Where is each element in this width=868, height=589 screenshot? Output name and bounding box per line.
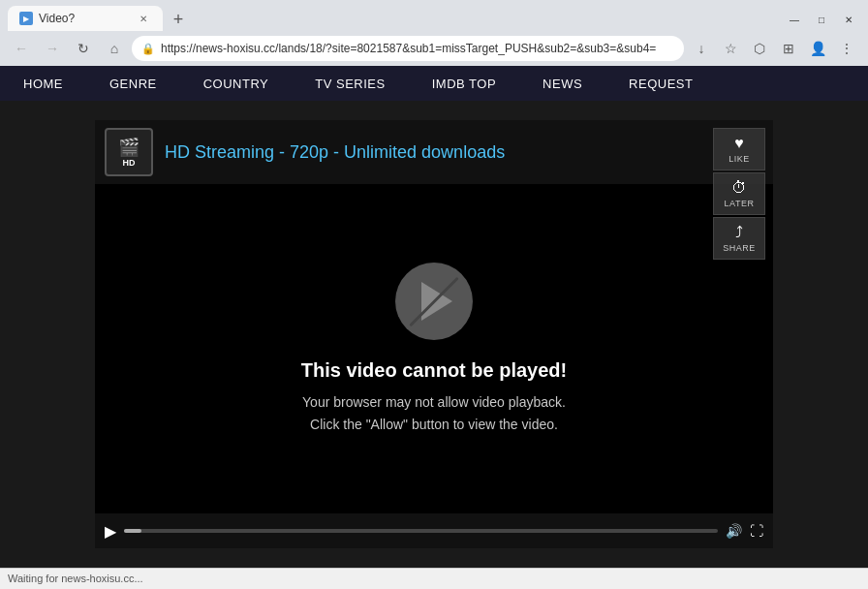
status-bar: Waiting for news-hoxisu.cc... xyxy=(0,568,868,587)
nav-home[interactable]: HOME xyxy=(0,66,86,101)
reel-icon: 🎬 xyxy=(118,137,140,158)
error-line1: Your browser may not allow video playbac… xyxy=(302,394,566,410)
lock-icon: 🔒 xyxy=(141,43,155,55)
error-description: Your browser may not allow video playbac… xyxy=(302,391,566,435)
play-button[interactable]: ▶ xyxy=(105,522,116,541)
video-area: This video cannot be played! Your browse… xyxy=(95,184,773,513)
nav-imdb-top[interactable]: IMDB TOP xyxy=(409,66,519,101)
progress-fill xyxy=(124,529,141,533)
share-label: SHARE xyxy=(723,243,756,253)
toolbar-icons: ↓ ☆ ⬡ ⊞ 👤 ⋮ xyxy=(688,35,860,62)
bookmark-icon[interactable]: ☆ xyxy=(717,35,744,62)
profile-icon[interactable]: 👤 xyxy=(804,35,831,62)
like-button[interactable]: ♥ LIKE xyxy=(713,128,765,170)
later-label: LATER xyxy=(725,199,755,208)
error-title: This video cannot be played! xyxy=(301,359,568,382)
like-label: LIKE xyxy=(728,154,750,164)
share-button[interactable]: ⤴ SHARE xyxy=(713,217,765,260)
hd-badge: 🎬 HD xyxy=(105,128,153,176)
progress-bar[interactable] xyxy=(124,529,718,533)
tab-title: Video? xyxy=(39,12,75,25)
close-button[interactable]: ✕ xyxy=(837,8,860,31)
video-wrapper: 🎬 HD HD Streaming - 720p - Unlimited dow… xyxy=(95,120,773,548)
player-controls: ▶ 🔊 ⛶ xyxy=(95,513,773,548)
heart-icon: ♥ xyxy=(734,135,744,152)
extensions-icon[interactable]: ⬡ xyxy=(746,35,773,62)
active-tab[interactable]: ▶ Video? ✕ xyxy=(8,6,163,31)
fullscreen-button[interactable]: ⛶ xyxy=(750,523,763,539)
site-nav: HOME GENRE COUNTRY TV SERIES IMDB TOP NE… xyxy=(0,66,868,101)
home-button[interactable]: ⌂ xyxy=(101,35,128,62)
error-line2: Click the "Allow" button to view the vid… xyxy=(310,417,558,432)
later-button[interactable]: ⏱ LATER xyxy=(713,172,765,215)
address-text: https://news-hoxisu.cc/lands/18/?site=80… xyxy=(161,42,674,55)
share-icon: ⤴ xyxy=(735,224,743,241)
window-controls: — □ ✕ xyxy=(783,8,860,31)
refresh-button[interactable]: ↻ xyxy=(70,35,97,62)
forward-button[interactable]: → xyxy=(39,35,66,62)
clock-icon: ⏱ xyxy=(731,179,747,197)
minimize-button[interactable]: — xyxy=(783,8,806,31)
maximize-button[interactable]: □ xyxy=(810,8,833,31)
close-tab-button[interactable]: ✕ xyxy=(136,11,151,26)
tab-bar: ▶ Video? ✕ + — □ ✕ xyxy=(0,0,868,31)
nav-news[interactable]: NEWS xyxy=(519,66,605,101)
play-arrow xyxy=(421,282,452,321)
player-title: HD Streaming - 720p - Unlimited download… xyxy=(165,142,505,163)
player-top-bar: 🎬 HD HD Streaming - 720p - Unlimited dow… xyxy=(95,120,773,184)
main-content: 🎬 HD HD Streaming - 720p - Unlimited dow… xyxy=(0,101,868,568)
blocked-play-icon xyxy=(395,263,473,340)
back-button[interactable]: ← xyxy=(8,35,35,62)
nav-tv-series[interactable]: TV SERIES xyxy=(292,66,408,101)
tab-favicon: ▶ xyxy=(19,12,33,25)
browser-window: ▶ Video? ✕ + — □ ✕ ← → ↻ ⌂ 🔒 https://new… xyxy=(0,0,868,587)
download-icon[interactable]: ↓ xyxy=(688,35,715,62)
menu-icon[interactable]: ⋮ xyxy=(833,35,860,62)
volume-icon[interactable]: 🔊 xyxy=(726,523,742,539)
player-actions: ♥ LIKE ⏱ LATER ⤴ SHARE xyxy=(705,120,773,267)
nav-genre[interactable]: GENRE xyxy=(86,66,180,101)
nav-country[interactable]: COUNTRY xyxy=(180,66,293,101)
hd-label: HD xyxy=(123,158,136,168)
address-bar-row: ← → ↻ ⌂ 🔒 https://news-hoxisu.cc/lands/1… xyxy=(0,31,868,66)
nav-request[interactable]: REQUEST xyxy=(605,66,716,101)
address-box[interactable]: 🔒 https://news-hoxisu.cc/lands/18/?site=… xyxy=(132,36,684,61)
new-tab-button[interactable]: + xyxy=(167,8,190,31)
split-view-icon[interactable]: ⊞ xyxy=(775,35,802,62)
status-text: Waiting for news-hoxisu.cc... xyxy=(8,573,143,584)
